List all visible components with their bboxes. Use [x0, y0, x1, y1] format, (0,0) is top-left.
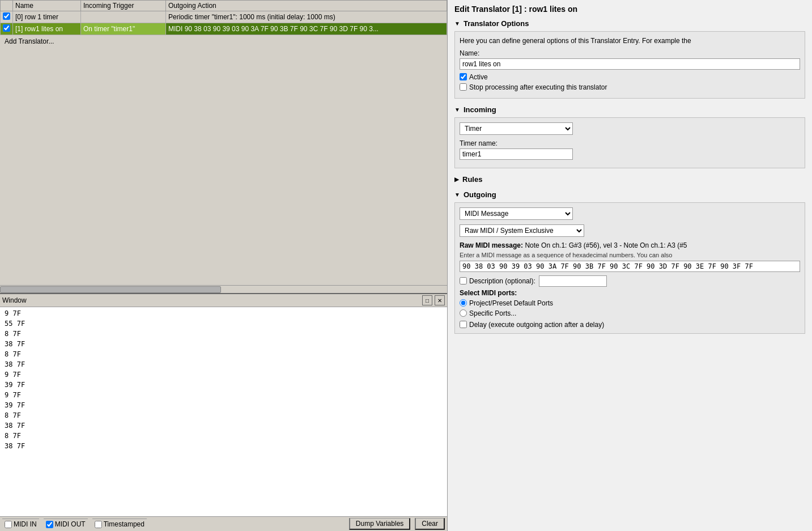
outgoing-label: Outgoing: [464, 190, 496, 199]
incoming-header[interactable]: ▼ Incoming: [454, 105, 805, 114]
monitor-line: 8 7F: [5, 329, 443, 339]
rules-header[interactable]: ▶ Rules: [454, 175, 805, 184]
table-row[interactable]: [0] row 1 timerPeriodic timer "timer1": …: [1, 11, 447, 23]
outgoing-header[interactable]: ▼ Outgoing: [454, 190, 805, 199]
monitor-close-button[interactable]: ✕: [435, 295, 445, 305]
timestamped-label: Timestamped: [92, 519, 147, 529]
select-midi-label: Select MIDI ports:: [460, 289, 800, 297]
outgoing-arrow: ▼: [454, 192, 460, 198]
stop-checkbox[interactable]: [460, 83, 467, 91]
incoming-content: Timer Timer name:: [454, 117, 805, 168]
timer-name-label: Timer name:: [460, 139, 800, 147]
stop-row: Stop processing after executing this tra…: [460, 83, 800, 91]
row-trigger: On timer "timer1": [81, 23, 166, 35]
outgoing-content: MIDI Message Raw MIDI / System Exclusive…: [454, 202, 805, 334]
row-checkbox[interactable]: [3, 24, 10, 32]
hex-input[interactable]: [460, 261, 800, 272]
monitor-footer: MIDI IN MIDI OUT Timestamped Dump Variab…: [0, 516, 447, 531]
radio-project-row: Project/Preset Default Ports: [460, 299, 800, 307]
midi-out-checkbox[interactable]: [46, 521, 53, 528]
raw-midi-label: Raw MIDI message:: [460, 241, 523, 249]
description-row: Description (optional):: [460, 275, 800, 287]
monitor-line: 38 7F: [5, 441, 443, 451]
add-translator-button[interactable]: Add Translator...: [0, 35, 447, 48]
rules-arrow: ▶: [454, 176, 459, 182]
incoming-label: Incoming: [464, 105, 496, 114]
name-input[interactable]: [460, 58, 800, 70]
translator-options-section: ▼ Translator Options Here you can define…: [454, 19, 805, 99]
midi-out-label: MIDI OUT: [44, 519, 88, 529]
delay-label: Delay (execute outgoing action after a d…: [469, 321, 604, 329]
translator-options-header[interactable]: ▼ Translator Options: [454, 19, 805, 28]
hex-input-row: [460, 261, 800, 272]
outgoing-type-dropdown[interactable]: MIDI Message: [460, 207, 573, 220]
radio-specific-label: Specific Ports...: [469, 309, 516, 317]
active-row: Active: [460, 73, 800, 81]
incoming-type-dropdown[interactable]: Timer: [460, 122, 573, 135]
monitor-window: Window □ ✕ 9 7F55 7F8 7F38 7F8 7F38 7F9 …: [0, 293, 447, 531]
monitor-line: 39 7F: [5, 380, 443, 390]
monitor-content: 9 7F55 7F8 7F38 7F8 7F38 7F9 7F39 7F9 7F…: [0, 307, 447, 516]
translator-options-desc: Here you can define general options of t…: [460, 36, 800, 46]
active-checkbox[interactable]: [460, 73, 467, 80]
outgoing-sub-dropdown-container: Raw MIDI / System Exclusive: [460, 224, 800, 237]
timer-name-input[interactable]: [460, 148, 573, 160]
col-trigger: Incoming Trigger: [81, 1, 166, 11]
monitor-line: 8 7F: [5, 349, 443, 359]
row-name: [1] row1 lites on: [13, 23, 81, 35]
midi-in-label: MIDI IN: [2, 519, 39, 529]
incoming-section: ▼ Incoming Timer Timer name:: [454, 105, 805, 168]
col-checkbox: [1, 1, 13, 11]
active-label: Active: [469, 73, 488, 81]
outgoing-dropdown-container: MIDI Message: [460, 207, 800, 220]
incoming-dropdown-container: Timer: [460, 122, 800, 135]
horizontal-scrollbar[interactable]: [0, 285, 447, 293]
monitor-title: Window: [2, 296, 420, 304]
row-checkbox-cell: [1, 23, 13, 35]
monitor-titlebar: Window □ ✕: [0, 294, 447, 307]
monitor-line: 38 7F: [5, 339, 443, 349]
table-row[interactable]: [1] row1 lites onOn timer "timer1"MIDI 9…: [1, 23, 447, 35]
row-name: [0] row 1 timer: [13, 11, 81, 23]
outgoing-sub-dropdown[interactable]: Raw MIDI / System Exclusive: [460, 224, 584, 237]
description-input[interactable]: [539, 275, 607, 287]
monitor-line: 38 7F: [5, 420, 443, 431]
translator-table: Name Incoming Trigger Outgoing Action [0…: [0, 0, 447, 35]
raw-midi-desc: Raw MIDI message: Note On ch.1: G#3 (#56…: [460, 241, 800, 249]
monitor-line: 9 7F: [5, 308, 443, 318]
radio-specific-row: Specific Ports...: [460, 309, 800, 317]
clear-button[interactable]: Clear: [415, 518, 445, 530]
description-label: Description (optional):: [469, 277, 535, 285]
monitor-line: 9 7F: [5, 390, 443, 400]
description-checkbox[interactable]: [460, 277, 467, 284]
monitor-line: 9 7F: [5, 369, 443, 380]
rules-label: Rules: [462, 175, 482, 184]
col-action: Outgoing Action: [166, 1, 447, 11]
translator-options-arrow: ▼: [454, 20, 460, 27]
midi-in-checkbox[interactable]: [5, 521, 12, 528]
monitor-minimize-button[interactable]: □: [422, 295, 432, 305]
timestamped-checkbox[interactable]: [95, 521, 102, 528]
col-name: Name: [13, 1, 81, 11]
delay-checkbox[interactable]: [460, 321, 467, 328]
incoming-arrow: ▼: [454, 107, 460, 113]
monitor-line: 38 7F: [5, 359, 443, 369]
outgoing-section: ▼ Outgoing MIDI Message Raw MIDI / Syste…: [454, 190, 805, 334]
row-trigger: [81, 11, 166, 23]
translator-options-content: Here you can define general options of t…: [454, 31, 805, 99]
monitor-line: 39 7F: [5, 400, 443, 410]
right-panel: Edit Translator [1] : row1 lites on ▼ Tr…: [448, 0, 812, 531]
radio-specific[interactable]: [460, 309, 467, 317]
row-action: MIDI 90 38 03 90 39 03 90 3A 7F 90 3B 7F…: [166, 23, 447, 35]
raw-midi-note-desc: Note On ch.1: G#3 (#56), vel 3 - Note On…: [525, 241, 687, 249]
row-checkbox[interactable]: [3, 12, 10, 20]
dump-variables-button[interactable]: Dump Variables: [349, 518, 410, 530]
translator-options-label: Translator Options: [464, 19, 529, 28]
row-checkbox-cell: [1, 11, 13, 23]
delay-row: Delay (execute outgoing action after a d…: [460, 321, 800, 329]
scroll-thumb[interactable]: [0, 286, 221, 293]
monitor-line: 55 7F: [5, 318, 443, 329]
radio-project[interactable]: [460, 299, 467, 307]
row-action: Periodic timer "timer1": 1000 ms (initia…: [166, 11, 447, 23]
monitor-line: 8 7F: [5, 410, 443, 420]
